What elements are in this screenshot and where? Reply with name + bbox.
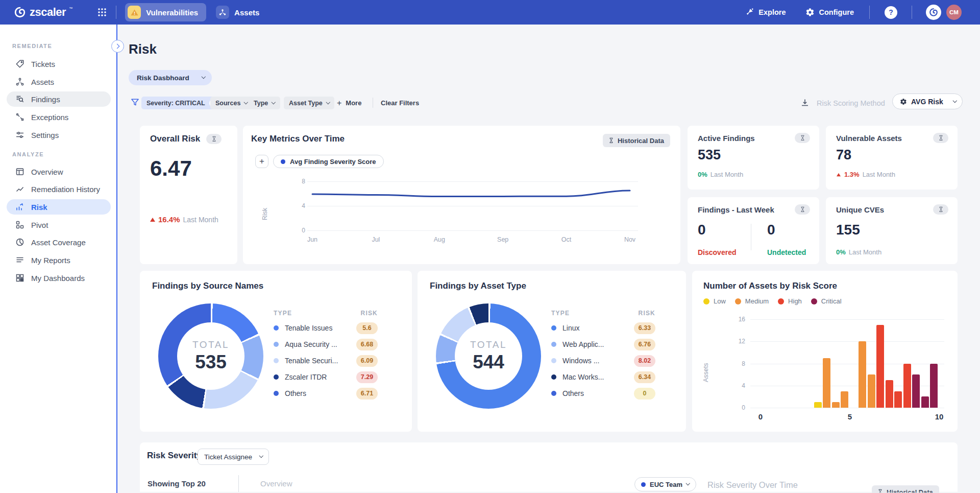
legend-row[interactable]: Linux6.33 — [551, 320, 655, 336]
delta-note: Last Month — [849, 248, 881, 256]
legend-row[interactable]: Others6.71 — [274, 385, 378, 402]
legend-dot — [274, 391, 279, 396]
legend-dot — [551, 391, 556, 396]
help-button[interactable]: ? — [885, 6, 897, 19]
legend-row[interactable]: Tenable Issues5.6 — [274, 320, 378, 336]
configure-label: Configure — [819, 8, 854, 16]
tab-assets[interactable]: Assets — [213, 3, 267, 21]
gear-icon — [805, 8, 815, 17]
legend-dot — [274, 325, 279, 331]
chevron-down-icon — [326, 100, 330, 104]
legend-row[interactable]: Others0 — [551, 385, 655, 402]
nav-right: Explore Configure ? CM — [744, 5, 962, 20]
team-select[interactable]: EUC Team — [634, 477, 696, 491]
up-arrow-icon — [837, 173, 841, 176]
filter-chip-asset-type[interactable]: Asset Type — [284, 97, 334, 109]
sidebar-item-remediation-history[interactable]: Remediation History — [7, 181, 111, 197]
risk-severity-by-select[interactable]: Ticket Assignee — [198, 449, 269, 465]
risk-badge: 6.76 — [634, 339, 655, 350]
sidebar-item-label: My Dashboards — [31, 274, 85, 283]
add-series-button[interactable]: + — [255, 155, 268, 168]
sidebar-item-label: Assets — [31, 78, 54, 86]
findings-icon — [15, 95, 24, 104]
zscaler-logo[interactable]: zscaler ™ — [13, 6, 72, 19]
legend-dot — [274, 342, 279, 347]
delta-note: Last Month — [863, 171, 895, 178]
card-title: Unique CVEs — [836, 205, 884, 214]
filter-label: Severity: CRITICAL — [146, 100, 205, 107]
risk-badge: 6.09 — [356, 355, 378, 367]
legend-label: Tenable Issues — [285, 324, 350, 332]
filter-chip-sources[interactable]: Sources — [210, 97, 253, 109]
risk-scoring-method-select[interactable]: AVG Risk — [892, 93, 963, 109]
hourglass-badge[interactable] — [933, 133, 948, 143]
plus-icon: + — [337, 99, 341, 108]
download-icon[interactable] — [800, 98, 810, 107]
legend-row[interactable]: Zscaler ITDR7.29 — [274, 369, 378, 385]
sidebar-item-findings[interactable]: Findings — [7, 91, 111, 107]
legend-high[interactable]: High — [778, 297, 802, 305]
filter-chip-type[interactable]: Type — [249, 97, 280, 109]
reports-icon — [15, 255, 24, 265]
legend-row[interactable]: Mac Works...6.34 — [551, 369, 655, 385]
sidebar-item-asset-coverage[interactable]: Asset Coverage — [7, 234, 111, 250]
delta-value: 16.4% — [158, 215, 180, 224]
legend-critical[interactable]: Critical — [811, 297, 842, 305]
sidebar-item-settings[interactable]: Settings — [7, 127, 111, 143]
app-grid-icon[interactable] — [97, 7, 107, 17]
tab-showing-top-20[interactable]: Showing Top 20 — [148, 479, 206, 488]
sidebar-item-label: Findings — [31, 95, 60, 104]
legend-label: Web Applic... — [562, 340, 628, 348]
sidebar-item-pivot[interactable]: Pivot — [7, 217, 111, 232]
legend-row[interactable]: Tenable Securi...6.09 — [274, 353, 378, 369]
sidebar-item-my-reports[interactable]: My Reports — [7, 252, 111, 268]
help-icon: ? — [889, 8, 893, 16]
sidebar-item-exceptions[interactable]: Exceptions — [7, 109, 111, 125]
delta-value: 0% — [836, 248, 846, 256]
sidebar-item-risk[interactable]: Risk — [7, 199, 111, 215]
chevron-down-icon — [686, 481, 690, 485]
legend-label: Tenable Securi... — [285, 357, 350, 365]
sidebar-item-label: Remediation History — [31, 185, 100, 194]
tab-vulnerabilities[interactable]: Vulnerabilities — [125, 3, 206, 21]
explore-icon — [744, 8, 754, 17]
sidebar-item-label: Pivot — [31, 221, 48, 229]
legend-low[interactable]: Low — [703, 297, 726, 305]
unique-cves-card: Unique CVEs 155 0% Last Month — [826, 197, 958, 264]
zscaler-account-icon[interactable] — [926, 5, 941, 20]
historical-data-button[interactable]: Historical Data — [603, 134, 670, 147]
series-toggle[interactable]: Avg Finding Severity Score — [273, 155, 384, 168]
hourglass-badge[interactable] — [933, 204, 948, 215]
sidebar-item-assets[interactable]: Assets — [7, 74, 111, 89]
sidebar-item-overview[interactable]: Overview — [7, 164, 111, 179]
sidebar-item-my-dashboards[interactable]: My Dashboards — [7, 270, 111, 286]
dashboard-select[interactable]: Risk Dasbhoard — [129, 70, 212, 85]
clear-filters-button[interactable]: Clear Filters — [381, 97, 419, 109]
legend-row[interactable]: Web Applic...6.76 — [551, 336, 655, 353]
team-label: EUC Team — [650, 481, 682, 488]
configure-button[interactable]: Configure — [805, 8, 854, 17]
hourglass-badge[interactable] — [795, 204, 810, 215]
legend-row[interactable]: Windows ...8.02 — [551, 353, 655, 369]
legend-dot — [274, 374, 279, 380]
historical-label: Historical Data — [618, 137, 664, 145]
hourglass-badge[interactable] — [206, 134, 222, 144]
explore-button[interactable]: Explore — [744, 8, 786, 17]
more-filters-button[interactable]: + More — [337, 97, 361, 109]
sidebar-collapse-button[interactable] — [111, 40, 124, 53]
card-title: Number of Assets by Risk Score — [703, 281, 837, 291]
hourglass-badge[interactable] — [795, 133, 810, 143]
trademark: ™ — [69, 7, 72, 10]
legend-label: Zscaler ITDR — [285, 373, 350, 381]
sidebar-item-tickets[interactable]: Tickets — [7, 56, 111, 72]
tab-overview[interactable]: Overview — [260, 479, 292, 488]
legend-row[interactable]: Aqua Security ...6.68 — [274, 336, 378, 353]
avatar[interactable]: CM — [946, 5, 962, 20]
chevron-down-icon — [259, 454, 263, 458]
legend-label: Others — [562, 389, 628, 397]
legend-label: Low — [714, 297, 726, 305]
legend-dot — [703, 298, 709, 304]
filter-label: Type — [254, 100, 268, 107]
chevron-down-icon — [201, 75, 205, 79]
legend-medium[interactable]: Medium — [735, 297, 769, 305]
